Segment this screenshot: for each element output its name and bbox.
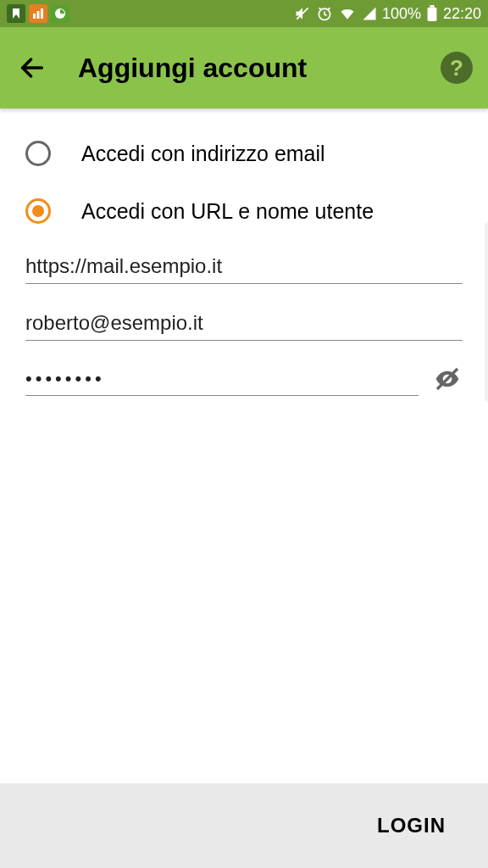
alarm-icon	[316, 5, 333, 22]
help-icon: ?	[450, 55, 463, 81]
status-bar-notif-icons	[7, 4, 69, 23]
login-button[interactable]: LOGIN	[377, 814, 446, 837]
wifi-icon	[338, 5, 357, 22]
notif-icon-2	[29, 4, 47, 23]
radio-url[interactable]	[25, 198, 51, 224]
url-input[interactable]	[25, 248, 463, 284]
username-input[interactable]	[25, 304, 463, 341]
content-area: Accedi con indirizzo email Accedi con UR…	[0, 108, 488, 396]
notif-icon-1	[7, 4, 25, 23]
svg-rect-1	[37, 11, 40, 19]
app-bar: Aggiungi account ?	[0, 27, 488, 108]
bottom-bar: LOGIN	[0, 783, 488, 868]
radio-email[interactable]	[25, 141, 51, 166]
status-time: 22:20	[443, 5, 481, 23]
svg-rect-0	[33, 14, 36, 19]
eye-off-icon	[434, 365, 461, 392]
help-button[interactable]: ?	[441, 52, 473, 84]
option-email[interactable]: Accedi con indirizzo email	[25, 132, 463, 190]
option-url[interactable]: Accedi con URL e nome utente	[25, 190, 463, 248]
radio-dot-icon	[32, 205, 44, 217]
password-input[interactable]	[25, 361, 419, 396]
battery-text: 100%	[382, 5, 421, 23]
scroll-indicator	[485, 222, 488, 402]
mute-icon	[294, 5, 311, 22]
option-url-label: Accedi con URL e nome utente	[81, 199, 374, 224]
battery-icon	[426, 5, 438, 22]
svg-rect-7	[430, 5, 434, 8]
arrow-left-icon	[18, 53, 47, 82]
page-title: Aggiungi account	[78, 53, 441, 84]
notif-icon-3	[51, 4, 69, 23]
option-email-label: Accedi con indirizzo email	[81, 142, 325, 166]
svg-rect-2	[41, 8, 43, 19]
status-bar: 100% 22:20	[0, 0, 488, 27]
back-button[interactable]	[15, 51, 49, 85]
svg-rect-6	[427, 8, 436, 21]
signal-icon	[362, 6, 377, 21]
toggle-password-visibility[interactable]	[432, 364, 463, 394]
